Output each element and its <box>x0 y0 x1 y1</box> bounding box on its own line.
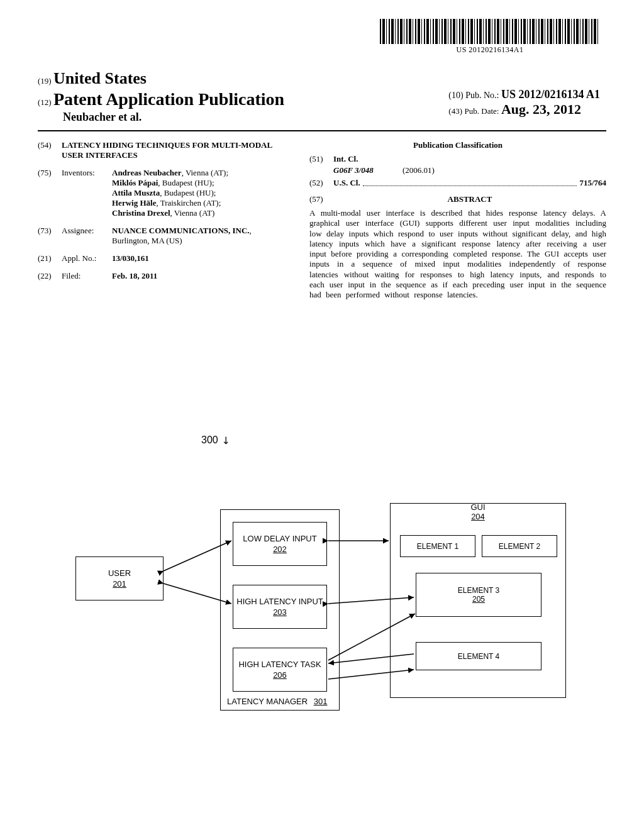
inventor-loc: , Budapest (HU); <box>158 178 214 187</box>
field-73: (73) Assignee: NUANCE COMMUNICATIONS, IN… <box>38 226 291 246</box>
abstract-text: A multi-modal user interface is describe… <box>309 208 606 300</box>
elem3-ref-num: 205 <box>472 595 485 604</box>
high-latency-task-box: HIGH LATENCY TASK 206 <box>233 648 327 692</box>
classification-header: Publication Classification <box>309 140 606 150</box>
inventor-loc: , Budapest (HU); <box>160 188 216 197</box>
barcode-graphic <box>380 19 600 44</box>
low-delay-ref-num: 202 <box>273 545 287 554</box>
gui-label: GUI <box>470 502 485 512</box>
field-21: (21) Appl. No.: 13/030,161 <box>38 253 291 263</box>
reference-arrow-icon: ↘ <box>219 433 233 447</box>
field-label: Filed: <box>62 271 112 281</box>
field-code: (22) <box>38 271 62 281</box>
field-22: (22) Filed: Feb. 18, 2011 <box>38 271 291 281</box>
publication-type: Patent Application Publication <box>53 89 284 109</box>
right-column: Publication Classification (51) Int. Cl.… <box>309 140 606 300</box>
us-cl-row: (52) U.S. Cl. 715/764 <box>309 178 606 188</box>
intcl-date: (2006.01) <box>402 165 435 175</box>
low-delay-input-box: LOW DELAY INPUT 202 <box>233 522 327 566</box>
bibliographic-columns: (54) LATENCY HIDING TECHNIQUES FOR MULTI… <box>38 140 606 300</box>
field-54: (54) LATENCY HIDING TECHNIQUES FOR MULTI… <box>38 140 291 160</box>
appl-no-value: 13/030,161 <box>112 253 291 263</box>
field-label: Assignee: <box>62 226 112 246</box>
latency-manager-label-row: LATENCY MANAGER 301 <box>227 697 334 706</box>
pubno-value: US 2012/0216134 A1 <box>501 88 600 101</box>
latency-manager-ref-num: 301 <box>314 697 328 706</box>
high-latency-input-ref-num: 203 <box>273 607 287 617</box>
high-latency-input-label: HIGH LATENCY INPUT <box>236 597 323 606</box>
gui-label-row: GUI 204 <box>391 502 565 521</box>
high-latency-task-ref-num: 206 <box>273 670 287 680</box>
inventor-name: Herwig Häle <box>112 198 156 208</box>
field-label: Inventors: <box>62 168 112 218</box>
gui-element-3: ELEMENT 3 205 <box>416 573 541 617</box>
intcl-class: G06F 3/048 <box>333 165 402 175</box>
left-column: (54) LATENCY HIDING TECHNIQUES FOR MULTI… <box>38 140 291 300</box>
barcode-region: US 20120216134A1 <box>380 19 600 55</box>
inventor-name: Andreas Neubacher <box>112 168 182 177</box>
intcl-value-row: G06F 3/048 (2006.01) <box>309 165 606 175</box>
pub-code: (12) <box>38 97 52 107</box>
right-header: (10) Pub. No.: US 2012/0216134 A1 (43) P… <box>448 88 600 118</box>
figure-300: 300 ↘ USER 201 LATENCY MANAGER 301 LOW D… <box>75 415 579 767</box>
uscl-code: (52) <box>309 178 333 188</box>
pubdate-value: Aug. 23, 2012 <box>501 101 581 117</box>
uscl-value: 715/764 <box>579 178 606 188</box>
field-75: (75) Inventors: Andreas Neubacher, Vienn… <box>38 168 291 218</box>
horizontal-rule <box>38 130 606 131</box>
abstract-title: ABSTRACT <box>333 194 606 204</box>
user-box: USER 201 <box>75 556 164 600</box>
user-label: USER <box>108 568 131 578</box>
field-code: (75) <box>38 168 62 218</box>
gui-element-2: ELEMENT 2 <box>482 535 557 557</box>
user-ref-num: 201 <box>113 579 126 589</box>
filed-value: Feb. 18, 2011 <box>112 271 291 281</box>
inventor-loc: , Vienna (AT); <box>182 168 228 177</box>
inventor-name: Attila Muszta <box>112 188 160 197</box>
inventor-loc: , Vienna (AT) <box>170 208 215 218</box>
int-cl-row: (51) Int. Cl. <box>309 154 606 164</box>
country-name: United States <box>53 69 147 87</box>
gui-element-4: ELEMENT 4 <box>416 642 541 670</box>
intcl-label: Int. Cl. <box>333 154 358 164</box>
leader-dots <box>363 178 577 186</box>
inventor-name: Christina Drexel <box>112 208 170 218</box>
field-label: Appl. No.: <box>62 253 112 263</box>
abstract-code: (57) <box>309 194 333 204</box>
figure-ref-label: 300 ↘ <box>201 434 230 446</box>
pubdate-label: Pub. Date: <box>465 106 499 116</box>
low-delay-label: LOW DELAY INPUT <box>243 534 316 543</box>
pubno-label: Pub. No.: <box>465 91 499 100</box>
pubdate-code: (43) <box>448 106 462 116</box>
field-code: (21) <box>38 253 62 263</box>
invention-title: LATENCY HIDING TECHNIQUES FOR MULTI-MODA… <box>62 140 291 160</box>
assignee-value: NUANCE COMMUNICATIONS, INC., Burlington,… <box>112 226 291 246</box>
elem3-label: ELEMENT 3 <box>458 586 499 595</box>
figure-ref-number: 300 <box>201 434 218 445</box>
high-latency-task-label: HIGH LATENCY TASK <box>238 660 321 669</box>
field-code: (73) <box>38 226 62 246</box>
country-code: (19) <box>38 76 52 86</box>
gui-ref-num: 204 <box>391 512 565 521</box>
gui-element-1: ELEMENT 1 <box>400 535 475 557</box>
gui-box: GUI 204 ELEMENT 1 ELEMENT 2 ELEMENT 3 20… <box>390 503 566 698</box>
inventors-list: Andreas Neubacher, Vienna (AT); Miklós P… <box>112 168 291 218</box>
inventor-loc: , Traiskirchen (AT); <box>156 198 221 208</box>
field-code: (54) <box>38 140 62 160</box>
inventor-name: Miklós Pápai <box>112 178 158 187</box>
assignee-name: NUANCE COMMUNICATIONS, INC. <box>112 226 250 235</box>
high-latency-input-box: HIGH LATENCY INPUT 203 <box>233 585 327 629</box>
barcode-text: US 20120216134A1 <box>380 45 600 55</box>
intcl-code: (51) <box>309 154 333 164</box>
latency-manager-label: LATENCY MANAGER <box>227 697 308 706</box>
uscl-label: U.S. Cl. <box>333 178 360 188</box>
pubno-code: (10) <box>448 91 463 100</box>
